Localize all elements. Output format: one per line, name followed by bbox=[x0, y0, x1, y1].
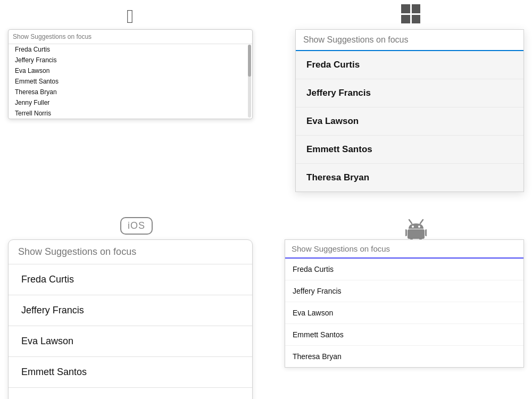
list-item[interactable]: Theresa Bryan bbox=[9, 87, 252, 97]
svg-line-1 bbox=[420, 220, 423, 223]
list-item[interactable]: Emmett Santos bbox=[285, 324, 523, 346]
list-item[interactable]: Theresa Bryan bbox=[285, 346, 523, 367]
windows-widget: Freda Curtis Jeffery Francis Eva Lawson … bbox=[295, 29, 524, 192]
apple-logo-icon:  bbox=[127, 5, 134, 28]
ios-search-input[interactable] bbox=[18, 246, 243, 257]
ios-widget: Freda Curtis Jeffery Francis Eva Lawson … bbox=[8, 239, 253, 399]
android-input-wrap bbox=[285, 240, 523, 259]
svg-rect-4 bbox=[408, 229, 425, 239]
macos-scrollbar-thumb bbox=[248, 45, 251, 77]
win-cell-tr bbox=[412, 4, 421, 13]
list-item[interactable]: Emmett Santos bbox=[296, 136, 523, 164]
list-item[interactable]: Jeffery Francis bbox=[285, 280, 523, 302]
list-item[interactable]: Eva Lawson bbox=[9, 326, 252, 357]
macos-scrollbar[interactable] bbox=[248, 45, 251, 118]
win-cell-tl bbox=[401, 4, 410, 13]
win-cell-bl bbox=[401, 15, 410, 24]
list-item[interactable]: Theresa Bryan bbox=[9, 388, 252, 399]
android-logo-icon bbox=[405, 217, 427, 240]
list-item[interactable]: Eva Lawson bbox=[9, 65, 252, 76]
windows-logo-icon bbox=[401, 4, 420, 23]
list-item[interactable]: Freda Curtis bbox=[9, 264, 252, 295]
android-search-input[interactable] bbox=[285, 240, 523, 257]
list-item[interactable]: Emmett Santos bbox=[9, 76, 252, 87]
list-item[interactable]: Jenny Fuller bbox=[9, 97, 252, 108]
list-item[interactable]: Freda Curtis bbox=[9, 44, 252, 55]
svg-point-2 bbox=[412, 226, 414, 228]
list-item[interactable]: Eva Lawson bbox=[296, 107, 523, 136]
ios-input-wrap bbox=[9, 240, 252, 264]
list-item[interactable]: Theresa Bryan bbox=[296, 164, 523, 192]
windows-input-wrap bbox=[296, 30, 523, 51]
macos-widget: Freda Curtis Jeffery Francis Eva Lawson … bbox=[8, 29, 253, 119]
list-item[interactable]: Terrell Norris bbox=[9, 108, 252, 119]
win-cell-br bbox=[412, 15, 421, 24]
svg-rect-6 bbox=[425, 229, 427, 236]
android-suggestions-list: Freda Curtis Jeffery Francis Eva Lawson … bbox=[285, 259, 523, 367]
android-widget: Freda Curtis Jeffery Francis Eva Lawson … bbox=[285, 239, 524, 368]
list-item[interactable]: Freda Curtis bbox=[285, 259, 523, 280]
list-item[interactable]: Freda Curtis bbox=[296, 51, 523, 79]
macos-search-input[interactable] bbox=[9, 30, 252, 44]
svg-line-0 bbox=[409, 220, 412, 223]
svg-point-3 bbox=[418, 226, 420, 228]
windows-suggestions-list: Freda Curtis Jeffery Francis Eva Lawson … bbox=[296, 51, 523, 192]
list-item[interactable]: Jeffery Francis bbox=[296, 79, 523, 107]
ios-suggestions-list: Freda Curtis Jeffery Francis Eva Lawson … bbox=[9, 264, 252, 399]
windows-search-input[interactable] bbox=[296, 30, 523, 50]
ios-badge: iOS bbox=[120, 217, 153, 235]
macos-suggestions-list: Freda Curtis Jeffery Francis Eva Lawson … bbox=[9, 44, 252, 119]
list-item[interactable]: Emmett Santos bbox=[9, 357, 252, 388]
list-item[interactable]: Eva Lawson bbox=[285, 302, 523, 324]
list-item[interactable]: Jeffery Francis bbox=[9, 295, 252, 326]
svg-rect-5 bbox=[405, 229, 407, 236]
list-item[interactable]: Jeffery Francis bbox=[9, 55, 252, 65]
